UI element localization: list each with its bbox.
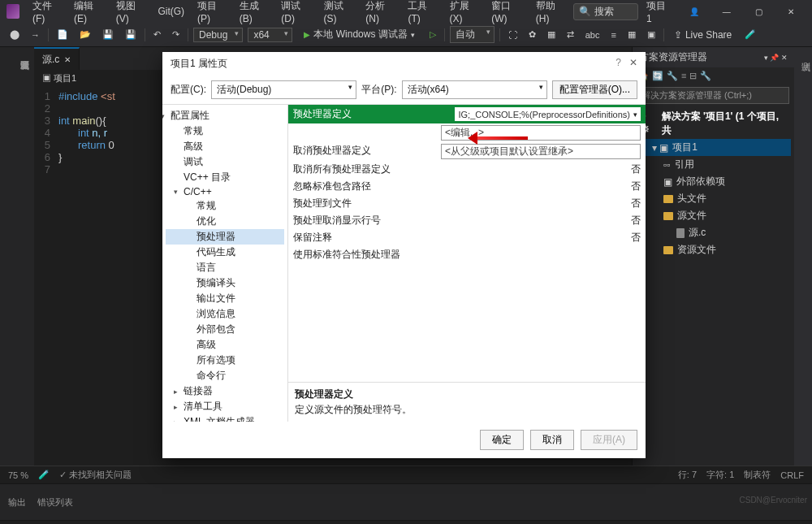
- beaker-icon[interactable]: 🧪: [741, 28, 759, 41]
- headers-node[interactable]: 头文件: [636, 190, 791, 207]
- show-all-icon[interactable]: ≡: [681, 71, 686, 81]
- resources-node[interactable]: 资源文件: [636, 241, 791, 258]
- wrench-icon[interactable]: 🔧: [667, 71, 678, 81]
- nav-back-icon[interactable]: ⬤: [6, 28, 23, 41]
- solution-node[interactable]: ▾ ⛭ 解决方案 '项目1' (1 个项目, 共: [636, 108, 791, 139]
- grid-row-ignore-std[interactable]: 忽略标准包含路径否: [288, 178, 646, 195]
- properties-icon[interactable]: 🔧: [700, 71, 711, 81]
- ok-button[interactable]: 确定: [480, 430, 524, 450]
- tb-icon-3[interactable]: ▦: [544, 28, 559, 41]
- tree-cpp-lang[interactable]: 语言: [166, 260, 284, 275]
- panel-pin-icon[interactable]: ▾ 📌 ✕: [764, 54, 788, 62]
- menu-tools[interactable]: 工具(T): [403, 0, 441, 26]
- grid-row-preproc-def[interactable]: 预处理器定义IG;_CONSOLE;%(PreprocessorDefiniti…: [288, 105, 646, 123]
- dialog-help-icon[interactable]: ?: [615, 57, 621, 71]
- tree-cpp-all[interactable]: 所有选项: [166, 353, 284, 368]
- menu-git[interactable]: Git(G): [153, 4, 189, 19]
- tree-config-props[interactable]: 配置属性: [166, 108, 284, 123]
- issues-status[interactable]: ✓ 未找到相关问题: [59, 469, 132, 481]
- tree-cpp-ext[interactable]: 外部包含: [166, 322, 284, 337]
- auto-combo[interactable]: 自动: [450, 26, 495, 43]
- grid-row-undef-all[interactable]: 取消所有预处理器定义否: [288, 161, 646, 178]
- tree-cpp-codegen[interactable]: 代码生成: [166, 245, 284, 260]
- open-icon[interactable]: 📂: [76, 28, 94, 41]
- right-edge-panel[interactable]: 测试: [794, 47, 812, 466]
- close-button[interactable]: ✕: [776, 0, 806, 23]
- tree-cpp-general[interactable]: 常规: [166, 198, 284, 214]
- tree-manifest[interactable]: 清单工具: [166, 399, 284, 414]
- tb-icon-8[interactable]: ▣: [644, 28, 659, 41]
- tree-cpp-output[interactable]: 输出文件: [166, 291, 284, 306]
- zoom[interactable]: 75 %: [8, 470, 28, 480]
- tree-general[interactable]: 常规: [166, 123, 284, 139]
- errorlist-tab[interactable]: 错误列表: [37, 496, 73, 509]
- external-deps-node[interactable]: ▣ 外部依赖项: [636, 173, 791, 190]
- menu-build[interactable]: 生成(B): [235, 0, 274, 26]
- preproc-def-value[interactable]: IG;_CONSOLE;%(PreprocessorDefinitions): [455, 107, 641, 121]
- new-item-icon[interactable]: 📄: [54, 28, 71, 41]
- apply-button[interactable]: 应用(A): [581, 430, 637, 450]
- tb-icon-2[interactable]: ✿: [525, 28, 539, 41]
- tree-cpp-adv[interactable]: 高级: [166, 337, 284, 353]
- tab-source-c[interactable]: 源.c✕: [34, 47, 80, 70]
- tree-linker[interactable]: 链接器: [166, 383, 284, 399]
- cancel-button[interactable]: 取消: [530, 430, 574, 450]
- platform-combo[interactable]: 活动(x64): [402, 80, 547, 99]
- menu-view[interactable]: 视图(V): [111, 0, 150, 26]
- nav-fwd-icon[interactable]: →: [28, 28, 43, 41]
- grid-row-supress-line[interactable]: 预处理取消显示行号否: [288, 212, 646, 229]
- grid-row-preproc-file[interactable]: 预处理到文件否: [288, 195, 646, 212]
- tree-cpp-pch[interactable]: 预编译头: [166, 275, 284, 291]
- grid-row-edit-dropdown[interactable]: <编辑...>: [288, 123, 646, 142]
- tree-advanced[interactable]: 高级: [166, 139, 284, 154]
- tree-cpp-cmd[interactable]: 命令行: [166, 368, 284, 383]
- save-icon[interactable]: 💾: [99, 28, 117, 41]
- grid-row-conforming[interactable]: 使用标准符合性预处理器: [288, 246, 646, 263]
- menu-window[interactable]: 窗口(W): [486, 0, 528, 26]
- tree-cpp-preproc[interactable]: 预处理器: [166, 229, 284, 245]
- sync-icon[interactable]: 🔄: [652, 71, 663, 81]
- caret-col[interactable]: 字符: 1: [706, 469, 734, 481]
- property-tree[interactable]: 配置属性 常规 高级 调试 VC++ 目录 C/C++ 常规 优化 预处理器 代…: [162, 105, 288, 422]
- grid-row-keep-comments[interactable]: 保留注释否: [288, 229, 646, 246]
- collapse-icon[interactable]: ⊟: [689, 71, 697, 81]
- tree-xml[interactable]: XML 文档生成器: [166, 414, 284, 422]
- solution-search-input[interactable]: 解决方案资源管理器 (Ctrl+;): [637, 87, 789, 104]
- dialog-close-icon[interactable]: ✕: [629, 57, 637, 71]
- start-no-debug-icon[interactable]: ▷: [426, 28, 439, 41]
- menu-help[interactable]: 帮助(H): [531, 0, 570, 26]
- tree-cpp[interactable]: C/C++: [166, 185, 284, 198]
- menu-file[interactable]: 文件(F): [28, 0, 66, 26]
- menu-project[interactable]: 项目(P): [192, 0, 231, 26]
- left-toolbox-panel[interactable]: 测试资源管理器: [0, 47, 34, 466]
- output-tab[interactable]: 输出: [8, 496, 26, 509]
- platform-combo[interactable]: x64: [248, 28, 292, 42]
- redo-icon[interactable]: ↷: [169, 28, 183, 41]
- config-manager-button[interactable]: 配置管理器(O)...: [552, 80, 637, 99]
- tree-debug[interactable]: 调试: [166, 154, 284, 170]
- menu-edit[interactable]: 编辑(E): [69, 0, 108, 26]
- avatar-icon[interactable]: 👤: [680, 0, 709, 23]
- tb-icon-5[interactable]: abc: [582, 28, 603, 41]
- search-input[interactable]: 🔍搜索: [573, 3, 638, 20]
- caret-line[interactable]: 行: 7: [678, 469, 697, 481]
- maximize-button[interactable]: ▢: [745, 0, 774, 23]
- config-combo[interactable]: 活动(Debug): [211, 80, 356, 99]
- menu-extensions[interactable]: 扩展(X): [445, 0, 484, 26]
- indent-mode[interactable]: 制表符: [744, 469, 771, 481]
- config-combo[interactable]: Debug: [193, 28, 243, 42]
- run-button[interactable]: ▶本地 Windows 调试器▾: [297, 26, 421, 43]
- eol-mode[interactable]: CRLF: [780, 470, 804, 480]
- tab-close-icon[interactable]: ✕: [64, 55, 71, 64]
- tree-vc-dirs[interactable]: VC++ 目录: [166, 170, 284, 185]
- tb-icon-1[interactable]: ⛶: [505, 28, 520, 41]
- tb-icon-7[interactable]: ▦: [624, 28, 639, 41]
- sources-node[interactable]: 源文件: [636, 207, 791, 224]
- live-share-button[interactable]: ⇪Live Share: [669, 28, 736, 42]
- save-all-icon[interactable]: 💾: [122, 28, 140, 41]
- menu-analyze[interactable]: 分析(N): [361, 0, 400, 26]
- menu-debug[interactable]: 调试(D): [276, 0, 315, 26]
- tree-cpp-browse[interactable]: 浏览信息: [166, 306, 284, 322]
- undo-icon[interactable]: ↶: [150, 28, 164, 41]
- menu-test[interactable]: 测试(S): [319, 0, 358, 26]
